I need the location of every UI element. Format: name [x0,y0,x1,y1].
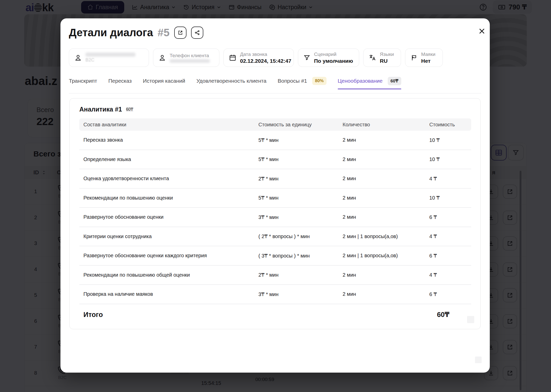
scenario-chip-label: Сценарий [314,52,353,57]
questions-score-badge: 80% [312,77,327,85]
modal-header: Детали диалога #5 [69,27,203,39]
languages-chip: Языки RU [363,48,401,67]
tab-touch-history[interactable]: История касаний [143,78,185,85]
scenario-chip-value: По умолчанию [314,58,353,64]
tab-transcript[interactable]: Транскрипт [69,78,97,85]
pricing-table-body: Пересказ звонка 5₸ * мин 2 мин 10 ₸ Опре… [79,131,471,304]
user-icon [158,54,166,62]
pricing-cell-quantity: 2 мин [339,214,425,220]
languages-icon [369,54,376,62]
pricing-cell-name: Пересказ звонка [79,137,254,143]
pricing-cell-unit-price: 2₸ * мин [254,272,339,278]
pricing-row: Развернутое обоснование оценки 3₸ * мин … [79,208,471,227]
pricing-cell-unit-price: 5₸ * мин [254,156,339,162]
client-tag-blurred: B2C [85,57,135,63]
close-icon [478,27,486,35]
pricing-cell-cost: 4 ₸ [425,272,471,278]
pricing-total-row: Итого 60₸ [79,306,471,324]
tab-satisfaction[interactable]: Удовлетворенность клиента [196,78,267,85]
pricing-row: Проверка на наличие маяков 3₸ * мин 2 ми… [79,285,471,304]
column-composition: Состав аналитики [79,122,254,128]
pricing-cell-name: Рекомендации по повышению оценки [79,195,254,201]
date-chip-value: 02.12.2024, 15:42:47 [240,58,291,64]
pricing-row: Оценка удовлетворенности клиента 2₸ * ми… [79,169,471,189]
share-button[interactable] [191,27,203,39]
pricing-row: Критерии оценки сотрудника ( 2₸ * вопрос… [79,227,471,247]
total-label: Итого [79,311,254,319]
pricing-card-header: Аналитика #1 60₸ [79,106,133,113]
app: ai kk Главная Аналитика История [0,0,551,392]
user-icon [74,54,82,62]
languages-chip-value: RU [380,58,394,64]
pricing-cell-name: Проверка на наличие маяков [79,291,254,297]
pricing-cell-quantity: 2 мин [339,137,425,143]
pricing-cell-unit-price: ( 2₸ * вопросы ) * мин [254,233,339,239]
pricing-cell-name: Рекомендации по повышению общей оценки [79,272,254,278]
pricing-cell-unit-price: 3₸ * мин [254,214,339,220]
funnel-icon [303,54,310,61]
pricing-cell-cost: 10 ₸ [425,195,471,201]
pricing-row: Рекомендации по повышению оценки 5₸ * ми… [79,189,471,208]
beacons-chip-value: Нет [421,58,435,64]
pricing-cell-name: Определение языка [79,156,254,162]
column-cost: Стоимость [425,122,471,128]
pricing-card-title: Аналитика #1 [79,106,122,113]
pricing-cell-quantity: 2 мин | 1 вопросы(а,ов) [339,253,425,259]
scroll-artifact [475,357,482,363]
dialog-number: #5 [158,27,170,39]
pricing-cell-name: Развернутое обоснование оценки [79,214,254,220]
scroll-artifact [467,316,474,323]
pricing-cell-cost: 4 ₸ [425,233,471,239]
pricing-total-badge: 60₸ [388,77,401,85]
close-button[interactable] [476,26,487,37]
modal-title: Детали диалога [69,27,153,39]
tab-pricing[interactable]: Ценообразование 60₸ [338,77,401,86]
languages-chip-label: Языки [380,52,394,57]
pricing-cell-unit-price: 3₸ * мин [254,291,339,297]
share-icon [194,30,200,35]
pricing-cell-quantity: 2 мин [339,272,425,278]
pricing-cell-unit-price: 2₸ * мин [254,176,339,182]
pricing-cell-quantity: 2 мин [339,291,425,297]
call-info-chips: B2C Телефон клиента Дата звонка 02.12.20… [69,48,443,67]
beacons-chip-label: Маяки [421,52,435,57]
pricing-row: Рекомендации по повышению общей оценки 2… [79,266,471,285]
pricing-cell-quantity: 2 мин [339,176,425,181]
column-quantity: Количество [339,122,425,128]
pricing-cell-cost: 6 ₸ [425,214,471,220]
pricing-cell-cost: 4 ₸ [425,176,471,182]
pricing-cell-cost: 6 ₸ [425,253,471,259]
column-unit-price: Стоимость за единицу [254,122,339,128]
pricing-row: Развернутое обоснование оценки каждого к… [79,246,471,266]
tab-summary[interactable]: Пересказ [108,78,132,85]
scenario-chip: Сценарий По умолчанию [298,48,359,67]
dialog-details-modal: Детали диалога #5 B2C Телефон клиента [60,18,490,373]
beacon-flag-icon [410,54,418,61]
phone-number-blurred [170,59,210,63]
pricing-cell-cost: 10 ₸ [425,156,471,162]
pricing-row: Определение языка 5₸ * мин 2 мин 10 ₸ [79,150,471,169]
total-value: 60₸ [425,311,471,319]
tabs-divider [69,93,481,93]
pricing-cell-name: Оценка удовлетворенности клиента [79,176,254,181]
date-chip: Дата звонка 02.12.2024, 15:42:47 [223,48,294,67]
pricing-cell-unit-price: ( 3₸ * вопросы ) * мин [254,253,339,259]
phone-chip: Телефон клиента [153,48,219,67]
pricing-row: Пересказ звонка 5₸ * мин 2 мин 10 ₸ [79,131,471,150]
modal-tabs: Транскрипт Пересказ История касаний Удов… [69,76,401,87]
beacons-chip: Маяки Нет [405,48,443,67]
pricing-cell-quantity: 2 мин | 1 вопросы(а,ов) [339,234,425,239]
pricing-table-header: Состав аналитики Стоимость за единицу Ко… [79,118,471,131]
open-external-button[interactable] [174,27,186,39]
pricing-cell-quantity: 2 мин [339,156,425,162]
client-name-blurred [85,53,135,57]
pricing-cell-cost: 10 ₸ [425,137,471,143]
tab-questions[interactable]: Вопросы #1 80% [278,77,327,86]
pricing-cell-unit-price: 5₸ * мин [254,195,339,201]
pricing-cell-cost: 6 ₸ [425,291,471,297]
client-chip: B2C [69,48,149,67]
phone-chip-label: Телефон клиента [170,53,210,58]
pricing-cell-quantity: 2 мин [339,195,425,201]
pricing-cell-name: Развернутое обоснование оценки каждого к… [79,253,254,259]
pricing-cell-name: Критерии оценки сотрудника [79,234,254,239]
